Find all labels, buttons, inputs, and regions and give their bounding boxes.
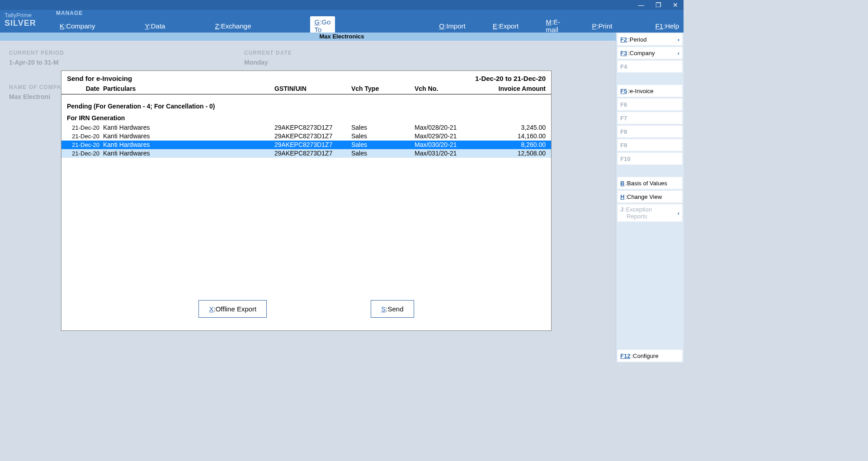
cell-particulars: Kanti Hardwares [103, 132, 274, 141]
chevron-left-icon: ‹ [678, 36, 679, 43]
cell-gstin: 29AKEPC8273D1Z7 [274, 141, 351, 149]
sidebar-b-basis[interactable]: B:Basis of Values [617, 177, 683, 189]
col-amount: Invoice Amount [482, 85, 546, 92]
cell-particulars: Kanti Hardwares [103, 141, 274, 149]
cell-vchtype: Sales [351, 149, 415, 158]
cell-date: 21-Dec-20 [67, 132, 103, 141]
chevron-left-icon: ‹ [678, 210, 679, 216]
dialog-title: Send for e-Invoicing [67, 75, 132, 82]
minimize-icon[interactable]: — [637, 1, 646, 9]
sidebar-h-changeview[interactable]: H:Change View [617, 190, 683, 203]
cell-vchno: Max/030/20-21 [415, 141, 482, 149]
cell-gstin: 29AKEPC8273D1Z7 [274, 132, 351, 141]
sidebar-f6: F6 [617, 98, 683, 111]
dialog-body: Pending (For Generation - 4; For Cancell… [61, 94, 551, 291]
chevron-left-icon: ‹ [678, 50, 679, 56]
date-label: CURRENT DATE [244, 50, 292, 56]
cell-amount: 8,260.00 [482, 141, 546, 149]
company-name: Max Electronics [320, 33, 364, 40]
dialog-date-range: 1-Dec-20 to 21-Dec-20 [475, 75, 546, 82]
menu-company[interactable]: K:Company [55, 20, 99, 32]
sidebar-f8: F8 [617, 125, 683, 138]
cell-amount: 12,508.00 [482, 149, 546, 158]
col-date: Date [67, 85, 103, 92]
menu-print[interactable]: P:Print [587, 20, 617, 32]
app-name: TallyPrime [5, 12, 46, 19]
period-label: CURRENT PERIOD [9, 50, 244, 56]
column-header: Date Particulars GSTIN/UIN Vch Type Vch … [61, 84, 551, 94]
period-value: 1-Apr-20 to 31-M [9, 59, 244, 66]
offline-export-button[interactable]: X:Offline Export [198, 300, 267, 318]
dialog-actions: X:Offline Export S:Send [61, 291, 551, 330]
cell-vchno: Max/031/20-21 [415, 149, 482, 158]
app-edition: SILVER [5, 19, 46, 28]
window-titlebar: — ❐ ✕ [0, 0, 684, 10]
pending-section: Pending (For Generation - 4; For Cancell… [61, 98, 551, 112]
cell-amount: 3,245.00 [482, 123, 546, 132]
sidebar-j-exception: J:Exception Reports ‹ [617, 204, 683, 222]
cell-vchtype: Sales [351, 141, 415, 149]
close-icon[interactable]: ✕ [671, 1, 680, 9]
sidebar-f4: F4 [617, 60, 683, 73]
cell-particulars: Kanti Hardwares [103, 149, 274, 158]
cell-date: 21-Dec-20 [67, 123, 103, 132]
sidebar-f7: F7 [617, 112, 683, 124]
einvoice-dialog: Send for e-Invoicing 1-Dec-20 to 21-Dec-… [61, 71, 552, 331]
cell-vchtype: Sales [351, 123, 415, 132]
table-row[interactable]: 21-Dec-20Kanti Hardwares29AKEPC8273D1Z7S… [61, 123, 551, 132]
table-row[interactable]: 21-Dec-20Kanti Hardwares29AKEPC8273D1Z7S… [61, 132, 551, 141]
cell-amount: 14,160.00 [482, 132, 546, 141]
cell-particulars: Kanti Hardwares [103, 123, 274, 132]
cell-gstin: 29AKEPC8273D1Z7 [274, 149, 351, 158]
menu-help[interactable]: F1:Help [651, 20, 684, 32]
menu-export[interactable]: E:Export [488, 20, 524, 32]
col-vchtype: Vch Type [351, 85, 415, 92]
cell-date: 21-Dec-20 [67, 141, 103, 149]
sidebar-f3-company[interactable]: F3:Company‹ [617, 47, 683, 59]
col-particulars: Particulars [103, 85, 274, 92]
irn-section: For IRN Generation [61, 112, 551, 123]
cell-date: 21-Dec-20 [67, 149, 103, 158]
sidebar-f9: F9 [617, 139, 683, 151]
maximize-icon[interactable]: ❐ [654, 1, 663, 9]
sidebar-f10: F10 [617, 152, 683, 165]
col-gstin: GSTIN/UIN [274, 85, 351, 92]
table-row[interactable]: 21-Dec-20Kanti Hardwares29AKEPC8273D1Z7S… [61, 149, 551, 158]
cell-vchno: Max/028/20-21 [415, 123, 482, 132]
cell-vchno: Max/029/20-21 [415, 132, 482, 141]
main-area: CURRENT PERIOD 1-Apr-20 to 31-M CURRENT … [0, 41, 615, 362]
col-vchno: Vch No. [415, 85, 482, 92]
menu-exchange[interactable]: Z:Exchange [210, 20, 255, 32]
manage-label: MANAGE [56, 10, 83, 16]
app-logo: TallyPrime SILVER [0, 10, 51, 33]
sidebar-f5-einvoice[interactable]: F5:e-Invoice [617, 85, 683, 97]
send-button[interactable]: S:Send [371, 300, 414, 318]
cell-vchtype: Sales [351, 132, 415, 141]
right-sidebar: F2:Period‹ F3:Company‹ F4 F5:e-Invoice F… [616, 33, 684, 362]
menu-data[interactable]: Y:Data [140, 20, 170, 32]
sidebar-f12-configure[interactable]: F12:Configure [617, 349, 683, 362]
menu-import[interactable]: O:Import [434, 20, 470, 32]
sidebar-f2-period[interactable]: F2:Period‹ [617, 33, 683, 46]
company-bar: Max Electronics × [0, 33, 684, 41]
cell-gstin: 29AKEPC8273D1Z7 [274, 123, 351, 132]
table-row[interactable]: 21-Dec-20Kanti Hardwares29AKEPC8273D1Z7S… [61, 141, 551, 149]
top-menu-bar: TallyPrime SILVER MANAGE K:Company Y:Dat… [0, 10, 684, 33]
date-value: Monday [244, 59, 292, 66]
